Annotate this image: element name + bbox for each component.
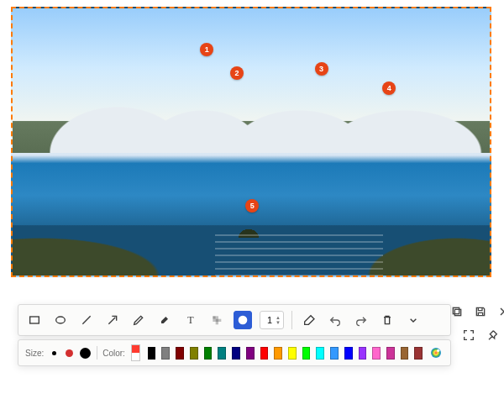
color-swatch[interactable] (401, 347, 409, 360)
blur-tool[interactable] (207, 311, 226, 329)
foreground-swatch (132, 345, 139, 353)
pencil-icon (132, 313, 145, 327)
save-button[interactable] (473, 304, 488, 319)
annotation-toolbar: 1 ▲ ▼ (18, 304, 451, 336)
expand-icon (462, 328, 475, 342)
color-swatch[interactable] (274, 347, 282, 360)
background-swatch (132, 353, 139, 360)
text-tool[interactable] (181, 311, 200, 329)
counter-down[interactable]: ▼ (276, 320, 281, 325)
close-icon (497, 305, 505, 318)
highlighter-tool[interactable] (155, 311, 174, 329)
options-toolbar: Size: Color: (18, 339, 451, 366)
badge-counter[interactable]: 1 ▲ ▼ (260, 311, 284, 329)
svg-point-0 (431, 348, 441, 358)
toolbar-separator (291, 311, 292, 329)
landscape-island (232, 218, 265, 238)
color-picker-button[interactable] (428, 344, 444, 362)
trash-icon (381, 313, 394, 327)
more-menu[interactable] (404, 311, 423, 329)
arrow-tool[interactable] (103, 311, 122, 329)
color-swatch[interactable] (260, 347, 269, 360)
color-label: Color: (102, 349, 125, 358)
color-swatch[interactable] (372, 347, 381, 360)
badge-icon (236, 313, 249, 327)
annotation-badge[interactable]: 4 (382, 81, 396, 95)
pencil-tool[interactable] (129, 311, 148, 329)
color-swatch[interactable] (176, 347, 184, 360)
options-separator (97, 346, 97, 360)
color-swatch[interactable] (414, 347, 423, 360)
color-indicator[interactable] (131, 344, 140, 361)
color-swatch[interactable] (344, 347, 353, 360)
brush-size-medium[interactable] (65, 345, 74, 360)
badge-counter-value: 1 (265, 315, 274, 325)
copy-icon (450, 305, 464, 318)
close-button[interactable] (496, 304, 505, 319)
color-swatch[interactable] (316, 347, 324, 360)
color-swatch[interactable] (161, 347, 170, 360)
color-swatch[interactable] (148, 347, 156, 360)
marker-icon (158, 313, 171, 327)
color-swatch[interactable] (232, 347, 240, 360)
brush-size-small[interactable] (50, 345, 59, 360)
save-icon (474, 305, 487, 318)
text-icon (184, 313, 197, 327)
blur-icon (210, 313, 223, 327)
color-swatch[interactable] (302, 347, 311, 360)
undo-button[interactable] (326, 311, 344, 329)
color-swatch[interactable] (190, 347, 198, 360)
color-swatch[interactable] (330, 347, 339, 360)
delete-button[interactable] (378, 311, 396, 329)
ellipse-icon (54, 313, 67, 327)
color-swatch[interactable] (204, 347, 213, 360)
redo-button[interactable] (352, 311, 370, 329)
color-swatch[interactable] (386, 347, 395, 360)
rect-icon (28, 313, 41, 327)
fullscreen-button[interactable] (461, 328, 476, 343)
rectangle-tool[interactable] (25, 311, 44, 329)
ellipse-tool[interactable] (51, 311, 70, 329)
annotation-badge[interactable]: 2 (230, 66, 244, 80)
brush-dot (80, 348, 91, 359)
size-label: Size: (25, 349, 44, 358)
annotation-badge[interactable]: 3 (315, 62, 328, 76)
dropdown-icon (407, 313, 420, 327)
redo-icon (354, 313, 368, 327)
svg-point-1 (437, 349, 439, 352)
eraser-tool[interactable] (300, 311, 318, 329)
action-bar (457, 304, 503, 343)
brush-size-large[interactable] (80, 345, 91, 360)
color-swatch[interactable] (359, 347, 367, 360)
color-swatch[interactable] (246, 347, 255, 360)
brush-dot (52, 351, 56, 355)
color-swatch[interactable] (218, 347, 226, 360)
pin-icon (486, 328, 499, 342)
brush-dot (66, 349, 73, 357)
line-tool[interactable] (77, 311, 96, 329)
line-icon (80, 313, 93, 327)
arrow-icon (106, 313, 119, 327)
annotation-badge[interactable]: 1 (200, 43, 213, 56)
eraser-icon (302, 313, 316, 327)
copy-button[interactable] (449, 304, 465, 319)
numbered-badge-tool[interactable] (234, 311, 252, 329)
color-swatch[interactable] (288, 347, 297, 360)
capture-selection[interactable]: 12345 (11, 7, 491, 277)
annotation-badge[interactable]: 5 (245, 199, 259, 213)
pin-button[interactable] (485, 328, 500, 343)
undo-icon (328, 313, 342, 327)
